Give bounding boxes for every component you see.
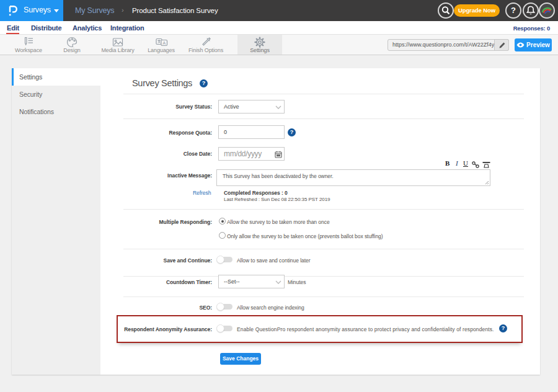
svg-text:A: A [162, 40, 166, 46]
